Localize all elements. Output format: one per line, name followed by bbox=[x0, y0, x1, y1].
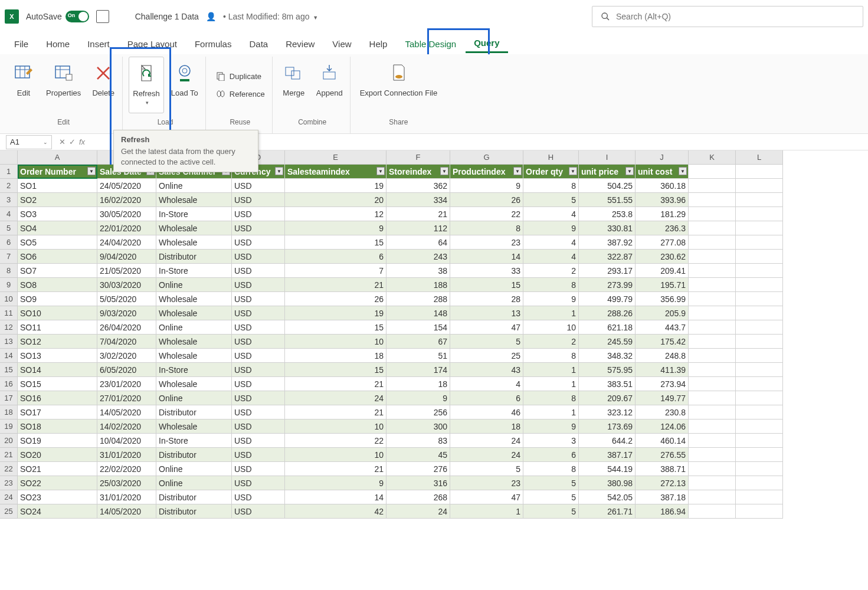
cell[interactable]: 10 bbox=[285, 335, 386, 349]
column-header[interactable]: I bbox=[579, 150, 636, 165]
cell[interactable]: 173.69 bbox=[579, 419, 636, 434]
cell[interactable]: 12 bbox=[285, 207, 386, 221]
cell[interactable]: 148 bbox=[386, 306, 450, 320]
cell[interactable]: 8 bbox=[523, 278, 579, 292]
cell[interactable]: 5 bbox=[523, 193, 579, 207]
cell[interactable]: 8 bbox=[523, 391, 579, 405]
cell[interactable]: 245.59 bbox=[579, 335, 636, 349]
cell[interactable]: 38 bbox=[386, 264, 450, 278]
cell[interactable] bbox=[736, 504, 783, 519]
cell[interactable]: 18 bbox=[386, 377, 450, 391]
cell[interactable]: 21 bbox=[386, 207, 450, 221]
row-header[interactable]: 13 bbox=[0, 335, 18, 349]
cell[interactable]: SO24 bbox=[18, 504, 97, 519]
row-header[interactable]: 1 bbox=[0, 165, 18, 179]
cell[interactable]: SO2 bbox=[18, 193, 97, 207]
cell[interactable]: 551.55 bbox=[579, 193, 636, 207]
cell[interactable]: 10/04/2020 bbox=[97, 434, 156, 448]
cell[interactable]: 380.98 bbox=[579, 476, 636, 490]
cell[interactable]: SO15 bbox=[18, 377, 97, 391]
cell[interactable]: SO7 bbox=[18, 264, 97, 278]
column-header[interactable]: L bbox=[736, 150, 783, 165]
row-header[interactable]: 21 bbox=[0, 448, 18, 462]
cell[interactable]: 22/01/2020 bbox=[97, 221, 156, 235]
cell[interactable]: 261.71 bbox=[579, 504, 636, 519]
cell[interactable] bbox=[736, 278, 783, 292]
tab-view[interactable]: View bbox=[324, 35, 359, 53]
cell[interactable]: SO1 bbox=[18, 179, 97, 193]
cell[interactable]: 31/01/2020 bbox=[97, 490, 156, 504]
cell[interactable]: SO3 bbox=[18, 207, 97, 221]
cell[interactable]: 277.08 bbox=[636, 235, 689, 250]
cell[interactable] bbox=[689, 391, 736, 405]
row-header[interactable]: 20 bbox=[0, 434, 18, 448]
cell[interactable]: 383.51 bbox=[579, 377, 636, 391]
cell[interactable]: USD bbox=[232, 434, 285, 448]
cell[interactable]: 26 bbox=[450, 193, 523, 207]
cell[interactable]: 13 bbox=[450, 306, 523, 320]
cell[interactable]: 460.14 bbox=[636, 434, 689, 448]
cell[interactable]: 575.95 bbox=[579, 363, 636, 377]
cell[interactable] bbox=[736, 363, 783, 377]
cell[interactable]: 20 bbox=[285, 193, 386, 207]
cell[interactable]: 16/02/2020 bbox=[97, 193, 156, 207]
cell[interactable] bbox=[689, 490, 736, 504]
cell[interactable]: 360.18 bbox=[636, 179, 689, 193]
cell[interactable]: 22/02/2020 bbox=[97, 462, 156, 476]
cell[interactable]: 330.81 bbox=[579, 221, 636, 235]
cell[interactable]: 288 bbox=[386, 292, 450, 306]
cell[interactable]: 10 bbox=[285, 419, 386, 434]
cell[interactable]: 25 bbox=[450, 349, 523, 363]
cell[interactable]: 21 bbox=[285, 405, 386, 419]
table-header-cell[interactable]: Salesteamindex▼ bbox=[285, 165, 386, 179]
cell[interactable]: 209.67 bbox=[579, 391, 636, 405]
column-header[interactable]: E bbox=[285, 150, 386, 165]
cell[interactable] bbox=[689, 335, 736, 349]
cell[interactable]: 14 bbox=[285, 490, 386, 504]
search-input[interactable] bbox=[616, 12, 854, 21]
cell[interactable]: 195.71 bbox=[636, 278, 689, 292]
cell[interactable]: 21/05/2020 bbox=[97, 264, 156, 278]
cell[interactable]: 1 bbox=[450, 504, 523, 519]
cell[interactable]: USD bbox=[232, 504, 285, 519]
cell[interactable] bbox=[689, 250, 736, 264]
cell[interactable]: 15 bbox=[450, 278, 523, 292]
cell[interactable]: USD bbox=[232, 320, 285, 335]
cell[interactable]: 15 bbox=[285, 235, 386, 250]
tab-insert[interactable]: Insert bbox=[79, 35, 118, 53]
cell[interactable]: 621.18 bbox=[579, 320, 636, 335]
cell[interactable]: Online bbox=[156, 462, 232, 476]
cell[interactable]: 23 bbox=[450, 476, 523, 490]
cell[interactable] bbox=[689, 434, 736, 448]
cell[interactable]: USD bbox=[232, 363, 285, 377]
cell[interactable] bbox=[689, 504, 736, 519]
cell[interactable]: SO22 bbox=[18, 476, 97, 490]
cell[interactable]: 67 bbox=[386, 335, 450, 349]
cell[interactable]: 5 bbox=[523, 476, 579, 490]
cell[interactable]: SO20 bbox=[18, 448, 97, 462]
cell[interactable]: 322.87 bbox=[579, 250, 636, 264]
cell[interactable]: 5 bbox=[450, 462, 523, 476]
cell[interactable]: 27/01/2020 bbox=[97, 391, 156, 405]
column-header[interactable]: F bbox=[386, 150, 450, 165]
cell[interactable]: 21 bbox=[285, 462, 386, 476]
cell[interactable]: 9/04/2020 bbox=[97, 250, 156, 264]
cell[interactable]: 2 bbox=[523, 264, 579, 278]
filter-dropdown-icon[interactable]: ▼ bbox=[513, 167, 522, 175]
cell[interactable]: Wholesale bbox=[156, 349, 232, 363]
cell[interactable] bbox=[736, 320, 783, 335]
cell[interactable]: 30/05/2020 bbox=[97, 207, 156, 221]
row-header[interactable]: 7 bbox=[0, 250, 18, 264]
column-header[interactable]: K bbox=[689, 150, 736, 165]
tab-page-layout[interactable]: Page Layout bbox=[119, 35, 185, 53]
cell[interactable]: 9 bbox=[523, 419, 579, 434]
cell[interactable]: 14/05/2020 bbox=[97, 504, 156, 519]
filter-dropdown-icon[interactable]: ▼ bbox=[679, 167, 687, 175]
cell[interactable] bbox=[689, 207, 736, 221]
name-box[interactable]: A1 ⌄ bbox=[6, 135, 52, 149]
filename[interactable]: Challenge 1 Data bbox=[135, 12, 199, 21]
cell[interactable]: 230.62 bbox=[636, 250, 689, 264]
cell[interactable]: 316 bbox=[386, 476, 450, 490]
cell[interactable]: 5/05/2020 bbox=[97, 292, 156, 306]
cell[interactable]: 542.05 bbox=[579, 490, 636, 504]
